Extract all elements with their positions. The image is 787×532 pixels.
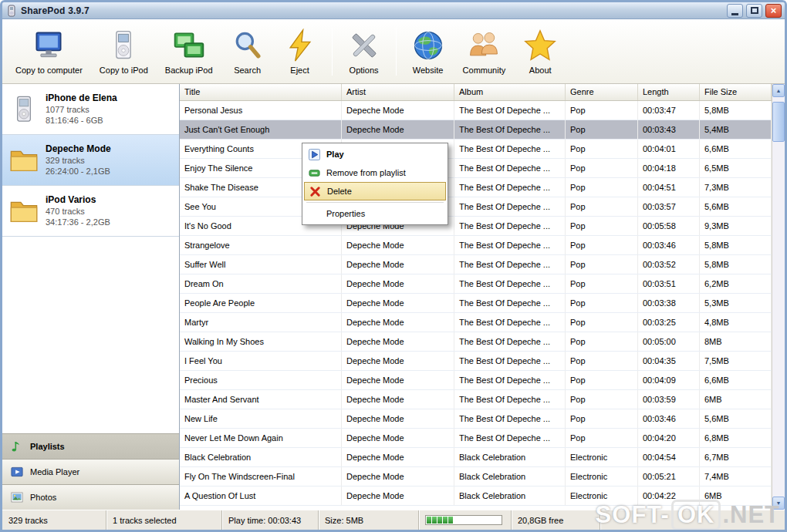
- cell-album: The Best Of Depeche ...: [454, 140, 566, 158]
- cell-genre: Pop: [566, 274, 638, 293]
- table-row[interactable]: Suffer WellDepeche ModeThe Best Of Depec…: [180, 255, 772, 274]
- table-row[interactable]: People Are PeopleDepeche ModeThe Best Of…: [180, 294, 772, 313]
- progress-block: [486, 517, 491, 524]
- watermark-soft: SOFT-: [596, 501, 670, 529]
- column-header-album[interactable]: Album: [454, 84, 566, 100]
- toolbar-button-options[interactable]: Options: [339, 25, 389, 78]
- progress-block: [454, 517, 458, 524]
- table-row[interactable]: Everything CountsDepeche ModeThe Best Of…: [180, 140, 772, 159]
- scrollbar-thumb[interactable]: [772, 102, 785, 142]
- toolbar-button-copy-to-ipod[interactable]: Copy to iPod: [93, 25, 155, 78]
- column-header-length[interactable]: Length: [638, 84, 700, 100]
- sidebar-device-iphone-de-elena[interactable]: iPhone de Elena1077 tracks81:16:46 - 6GB: [2, 84, 179, 135]
- toolbar-button-website[interactable]: Website: [404, 25, 453, 78]
- toolbar-button-backup-ipod[interactable]: Backup iPod: [158, 25, 220, 78]
- table-row[interactable]: Shake The DiseaseDepeche ModeThe Best Of…: [180, 178, 772, 197]
- column-header-title[interactable]: Title: [180, 84, 342, 100]
- sidebar-device-depeche-mode[interactable]: Depeche Mode329 tracks26:24:00 - 2,1GB: [2, 135, 179, 186]
- cell-title: People Are People: [180, 294, 342, 312]
- scrollbar-track[interactable]: [772, 97, 785, 497]
- table-row[interactable]: MartyrDepeche ModeThe Best Of Depeche ..…: [180, 313, 772, 332]
- status-progress-panel: [419, 510, 512, 530]
- table-row[interactable]: I Feel YouDepeche ModeThe Best Of Depech…: [180, 352, 772, 371]
- cell-genre: Pop: [566, 409, 638, 428]
- cell-size: 6,8MB: [700, 429, 772, 447]
- table-row[interactable]: Just Can't Get EnoughDepeche ModeThe Bes…: [180, 120, 772, 140]
- device-name: iPod Varios: [46, 194, 110, 205]
- toolbar-button-search[interactable]: Search: [223, 25, 272, 78]
- website-icon: [410, 28, 446, 63]
- cell-artist: Depeche Mode: [342, 371, 454, 389]
- cell-artist: Depeche Mode: [342, 390, 454, 409]
- table-row[interactable]: Dream OnDepeche ModeThe Best Of Depeche …: [180, 274, 772, 294]
- column-header-artist[interactable]: Artist: [342, 84, 454, 100]
- toolbar-button-community[interactable]: Community: [456, 25, 513, 78]
- toolbar-button-eject[interactable]: Eject: [275, 25, 325, 78]
- title-bar[interactable]: SharePod 3.9.7 ×: [2, 2, 785, 19]
- device-text: iPhone de Elena1077 tracks81:16:46 - 6GB: [46, 93, 117, 126]
- cell-genre: Electronic: [566, 448, 638, 466]
- status-total-tracks: 329 tracks: [2, 510, 106, 530]
- cell-size: 5,8MB: [700, 236, 772, 254]
- table-row[interactable]: Fly On The Windscreen-FinalDepeche ModeB…: [180, 467, 772, 487]
- cell-genre: Pop: [566, 332, 638, 351]
- table-row[interactable]: Master And ServantDepeche ModeThe Best O…: [180, 390, 772, 409]
- minimize-button[interactable]: [727, 4, 743, 18]
- menu-item-spacer: [308, 207, 321, 220]
- table-row[interactable]: Enjoy The SilenceDepeche ModeThe Best Of…: [180, 159, 772, 178]
- menu-item-play[interactable]: Play: [304, 145, 446, 163]
- status-size: Size: 5MB: [319, 510, 419, 530]
- cell-genre: Pop: [566, 159, 638, 177]
- free-space-bar: [425, 515, 502, 525]
- cell-length: 00:05:00: [638, 332, 700, 351]
- scroll-up-button[interactable]: ▲: [772, 84, 785, 97]
- table-row[interactable]: Walking In My ShoesDepeche ModeThe Best …: [180, 332, 772, 352]
- menu-item-delete[interactable]: Delete: [304, 182, 446, 200]
- cell-artist: Depeche Mode: [342, 448, 454, 466]
- toolbar-button-label: Options: [350, 66, 379, 75]
- cell-title: A Question Of Lust: [180, 487, 342, 505]
- table-row[interactable]: It's No GoodDepeche ModeThe Best Of Depe…: [180, 217, 772, 236]
- device-info: 81:16:46 - 6GB: [46, 116, 117, 126]
- close-button[interactable]: ×: [765, 4, 782, 18]
- device-info: 26:24:00 - 2,1GB: [46, 167, 111, 177]
- cell-album: The Best Of Depeche ...: [454, 390, 566, 409]
- cell-title: Black Celebration: [180, 448, 342, 466]
- progress-block: [470, 517, 475, 524]
- sidebar-item-photos[interactable]: Photos: [2, 484, 179, 510]
- toolbar-button-copy-to-computer[interactable]: Copy to computer: [8, 25, 90, 78]
- device-name: iPhone de Elena: [46, 93, 117, 103]
- table-row[interactable]: Personal JesusDepeche ModeThe Best Of De…: [180, 101, 772, 120]
- table-row[interactable]: StrangeloveDepeche ModeThe Best Of Depec…: [180, 236, 772, 255]
- maximize-button[interactable]: [746, 4, 762, 18]
- table-row[interactable]: See YouDepeche ModeThe Best Of Depeche .…: [180, 197, 772, 217]
- menu-item-label: Remove from playlist: [326, 168, 406, 177]
- menu-item-label: Delete: [327, 187, 352, 196]
- table-row[interactable]: PreciousDepeche ModeThe Best Of Depeche …: [180, 371, 772, 390]
- table-row[interactable]: Black CelebrationDepeche ModeBlack Celeb…: [180, 448, 772, 467]
- device-text: iPod Varios470 tracks34:17:36 - 2,2GB: [46, 194, 110, 228]
- menu-item-properties[interactable]: Properties: [304, 204, 446, 223]
- folder-icon: [8, 196, 39, 227]
- sidebar-device-ipod-varios[interactable]: iPod Varios470 tracks34:17:36 - 2,2GB: [2, 186, 179, 237]
- cell-artist: Depeche Mode: [342, 255, 454, 274]
- eject-icon: [282, 28, 318, 63]
- sidebar-item-media-player[interactable]: Media Player: [2, 459, 179, 484]
- cell-artist: Depeche Mode: [342, 467, 454, 486]
- toolbar-button-label: Copy to computer: [15, 66, 83, 75]
- cell-artist: Depeche Mode: [342, 429, 454, 447]
- table-row[interactable]: Never Let Me Down AgainDepeche ModeThe B…: [180, 429, 772, 448]
- table-row[interactable]: New LifeDepeche ModeThe Best Of Depeche …: [180, 409, 772, 429]
- sidebar-item-playlists[interactable]: Playlists: [2, 433, 179, 459]
- column-header-genre[interactable]: Genre: [566, 84, 638, 100]
- cell-genre: Pop: [566, 371, 638, 389]
- column-header-file-size[interactable]: File Size: [700, 84, 772, 100]
- cell-size: 6,7MB: [700, 448, 772, 466]
- toolbar-button-label: About: [529, 66, 552, 75]
- vertical-scrollbar[interactable]: ▲ ▼: [772, 84, 785, 510]
- menu-item-remove-from-playlist[interactable]: Remove from playlist: [304, 163, 446, 182]
- cell-album: The Best Of Depeche ...: [454, 352, 566, 370]
- cell-length: 00:04:18: [638, 159, 700, 177]
- toolbar: Copy to computerCopy to iPodBackup iPodS…: [2, 19, 785, 84]
- toolbar-button-about[interactable]: About: [515, 25, 565, 78]
